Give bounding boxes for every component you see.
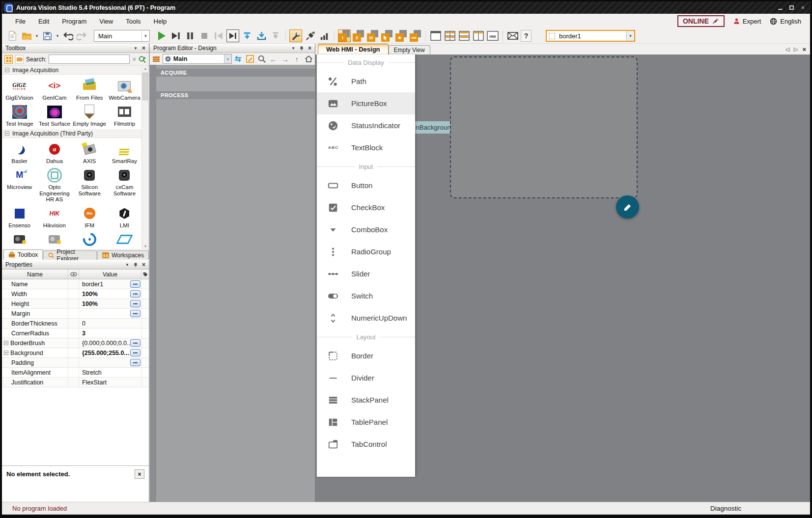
process-section-header[interactable]: PROCESS <box>156 91 315 99</box>
toolbox-scrollbar[interactable]: ▲ ▼ <box>141 66 149 249</box>
export-disabled-button[interactable] <box>269 29 282 42</box>
tab-workspaces[interactable]: Workspaces <box>97 250 149 260</box>
undo-button[interactable] <box>61 29 74 42</box>
palette-item-slider[interactable]: Slider <box>317 263 415 285</box>
program-editor-canvas[interactable]: ACQUIRE PROCESS <box>150 65 315 502</box>
toolbox-item[interactable]: LMI <box>107 204 142 230</box>
tab-toolbox[interactable]: Toolbox <box>3 249 43 260</box>
palette-item-path[interactable]: Path <box>317 70 415 92</box>
toolbox-item[interactable]: Silicon Software <box>72 165 107 204</box>
property-row[interactable]: Justification FlexStart <box>2 378 149 387</box>
layout-hmi-button[interactable]: HMI <box>486 29 499 42</box>
palette-item-numericupdown[interactable]: NumericUpDown <box>317 307 415 329</box>
panel-menu-icon[interactable]: ▼ <box>291 46 295 51</box>
run-button[interactable] <box>155 29 168 42</box>
palette-item-radiogroup[interactable]: RadioGroup <box>317 241 415 263</box>
panel-menu-icon[interactable]: ▼ <box>134 46 138 51</box>
run-until-end-button[interactable] <box>169 29 182 42</box>
view-interactive-button[interactable] <box>381 29 393 42</box>
navigate-back-button[interactable]: ← <box>268 54 279 64</box>
scroll-up-icon[interactable]: ▲ <box>144 67 147 70</box>
toolbox-item[interactable]: Filmstrip <box>107 102 142 128</box>
palette-item-stackpanel[interactable]: StackPanel <box>317 389 415 411</box>
property-row[interactable]: Width 100% ••• <box>2 289 149 299</box>
navigate-up-button[interactable]: ↑ <box>291 54 302 64</box>
ellipsis-button[interactable]: ••• <box>130 310 140 317</box>
new-program-button[interactable] <box>6 29 19 42</box>
ellipsis-button[interactable]: ••• <box>130 290 140 298</box>
toolbox-section-header[interactable]: Image Acquisition (Third Party) <box>2 129 149 138</box>
find-button[interactable] <box>256 54 267 64</box>
collapse-icon[interactable] <box>5 68 9 72</box>
property-value[interactable]: border1 <box>82 281 103 288</box>
toolbox-item[interactable]: Test Surface <box>37 102 72 128</box>
toolbox-item[interactable]: Hikvision <box>37 204 72 230</box>
language-selector[interactable]: English <box>770 18 801 25</box>
go-to-main-button[interactable] <box>303 54 314 64</box>
pin-icon[interactable] <box>300 46 304 51</box>
tab-project-explorer[interactable]: Project Explorer <box>43 250 97 260</box>
toolbox-item[interactable]: Microview <box>2 165 37 204</box>
property-value[interactable]: {255.000;255.0... <box>82 350 129 356</box>
property-row[interactable]: CornerRadius 3 <box>2 328 149 338</box>
switch-view-button[interactable] <box>233 54 244 64</box>
menu-help[interactable]: Help <box>147 16 173 27</box>
tab-close-icon[interactable]: × <box>802 46 806 53</box>
menu-view[interactable]: View <box>93 16 119 27</box>
layout-columns-button[interactable] <box>472 29 485 42</box>
iterate-program-button[interactable] <box>226 29 239 42</box>
property-row[interactable]: Padding ••• <box>2 358 149 368</box>
toolbox-item[interactable]: GigEVision <box>2 76 37 102</box>
program-selector-combo[interactable]: Main ▼ <box>94 30 150 42</box>
property-row[interactable]: Background {255.000;255.0... ••• <box>2 348 149 358</box>
property-value[interactable]: 100% <box>82 291 98 298</box>
feedback-button[interactable] <box>506 29 519 42</box>
palette-item-button[interactable]: Button <box>317 174 415 196</box>
layout-rows-button[interactable] <box>458 29 471 42</box>
ellipsis-button[interactable]: ••• <box>130 300 140 307</box>
toolbox-item[interactable]: Photoneo <box>107 229 142 249</box>
minimize-button[interactable] <box>778 9 783 10</box>
menu-file[interactable]: File <box>9 16 32 27</box>
expand-icon[interactable] <box>4 341 8 345</box>
combo-arrow-icon[interactable]: ▼ <box>141 30 149 41</box>
layout-single-panel-button[interactable] <box>429 29 442 42</box>
diagnostic-mode-label[interactable]: Diagnostic <box>710 505 741 512</box>
open-program-button[interactable] <box>20 29 33 42</box>
connect-device-button[interactable] <box>304 29 316 42</box>
view-single-window-button[interactable]: I <box>338 29 351 42</box>
palette-item-tabcontrol[interactable]: TabControl <box>317 433 415 455</box>
layout-grid-button[interactable] <box>444 29 456 42</box>
property-value[interactable]: 100% <box>82 300 98 307</box>
palette-item-combobox[interactable]: ComboBox <box>317 218 415 241</box>
toolbox-item[interactable]: Basler <box>2 139 37 165</box>
panel-close-icon[interactable]: × <box>308 45 311 52</box>
property-row[interactable]: Name border1 ••• <box>2 279 149 289</box>
stop-button[interactable] <box>198 29 211 42</box>
palette-item-divider[interactable]: Divider <box>317 367 415 389</box>
acquire-section-header[interactable]: ACQUIRE <box>156 69 315 77</box>
property-row[interactable]: ItemAlignment Stretch <box>2 368 149 378</box>
menu-program[interactable]: Program <box>56 16 93 27</box>
open-dropdown-arrow[interactable]: ▼ <box>34 29 39 42</box>
toolbox-item[interactable]: WebCamera <box>107 76 142 102</box>
menu-tools[interactable]: Tools <box>119 16 147 27</box>
help-button[interactable]: ? <box>521 30 532 42</box>
toolbox-item[interactable]: AXIS <box>72 139 107 165</box>
deploy-button[interactable] <box>255 29 268 42</box>
panel-close-icon[interactable]: × <box>142 45 145 52</box>
hmi-design-canvas[interactable]: nBackground Data Display Path <box>315 55 810 502</box>
palette-item-statusindicator[interactable]: StatusIndicator <box>317 114 415 136</box>
online-status-badge[interactable]: ONLINE <box>677 15 725 27</box>
ellipsis-button[interactable]: ••• <box>130 339 140 347</box>
expert-mode-button[interactable]: Expert <box>733 18 761 25</box>
view-hmi-button[interactable]: HMI <box>409 29 422 42</box>
toolbox-item[interactable]: MATRIX VISION <box>37 229 72 249</box>
palette-item-border[interactable]: Border <box>317 345 415 367</box>
edit-fab-button[interactable] <box>616 195 639 218</box>
column-value[interactable]: Value <box>79 270 141 279</box>
save-program-button[interactable] <box>41 29 54 42</box>
toolbox-item[interactable]: Empty Image <box>72 102 107 128</box>
pin-icon[interactable] <box>134 262 138 268</box>
search-filter-icon[interactable] <box>139 55 146 63</box>
